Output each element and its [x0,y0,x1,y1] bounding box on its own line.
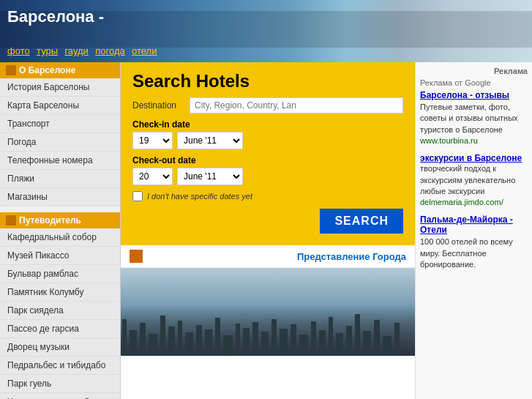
ads-label: Реклама [494,67,528,75]
checkin-row: 19 June '11 [132,132,403,149]
sidebar-item-paseo[interactable]: Пассео де гарсиа [0,320,120,338]
sidebar-section-guide: Путеводитель [0,212,120,228]
search-hotels-box: Search Hotels Destination Check-in date … [121,62,415,245]
destination-row: Destination [132,97,403,113]
header-link-photo[interactable]: фото [7,45,30,56]
checkout-day-select[interactable]: 20 [132,168,173,185]
no-dates-label: I don't have specific dates yet [147,192,252,201]
ad-item-2: экскурсии в Барселоне творческий подход … [420,153,528,207]
section-icon [6,65,16,75]
checkin-section: Check-in date 19 June '11 [132,119,403,149]
sidebar-item-columbus[interactable]: Памятник Колумбу [0,283,120,302]
ad-2-title[interactable]: экскурсии в Барселоне [420,153,522,163]
checkin-label: Check-in date [132,119,403,130]
sidebar-item-park-ciudadela[interactable]: Парк сиядела [0,302,120,320]
sidebar-item-beaches[interactable]: Пляжи [0,170,120,188]
ad-1-text: Путевые заметки, фото, советы и отзывы о… [420,102,518,134]
checkin-month-select[interactable]: June '11 [177,132,243,149]
ad-2-text: творческий подход к экскурсиям увлекател… [420,164,515,195]
ad-item-3: Пальма-де-Майорка - Отели 100 000 отелей… [420,215,528,270]
no-dates-row: I don't have specific dates yet [132,191,403,201]
left-sidebar: О Барселоне История Барселоны Карта Барс… [0,62,121,399]
ad-1-title[interactable]: Барселона - отзывы [420,90,528,100]
search-btn-row: SEARCH [132,209,403,234]
sidebar-item-cathedral[interactable]: Кафедральный собор [0,228,120,247]
sidebar-item-sagrada[interactable]: Храм святого семейства [0,393,120,399]
right-sidebar: Реклама Реклама от Google Барселона - от… [415,62,532,399]
section-icon-2 [6,215,16,225]
checkout-section: Check-out date 20 June '11 [132,155,403,185]
sidebar-section-guide-label: Путеводитель [19,215,81,225]
header-link-tours[interactable]: туры [37,45,58,56]
google-ads-label: Реклама от Google [420,78,528,87]
city-presentation-link[interactable]: Представление Города [297,251,406,262]
center-content: Search Hotels Destination Check-in date … [121,62,415,399]
sidebar-item-palace-music[interactable]: Дворец музыки [0,338,120,357]
ads-header: Реклама [420,67,528,75]
sidebar-item-pedralbes[interactable]: Педральбес и тибидабо [0,357,120,375]
sidebar-item-history[interactable]: История Барселоны [0,78,120,97]
ad-3-title[interactable]: Пальма-де-Майорка - Отели [420,215,528,235]
sidebar-item-transport[interactable]: Транспорт [0,115,120,133]
search-title: Search Hotels [132,71,403,92]
destination-input[interactable] [190,97,403,113]
sidebar-item-weather[interactable]: Погода [0,133,120,152]
header-link-weather[interactable]: погода [95,45,125,56]
header-nav: фото туры гауди погода отели [7,45,161,56]
sidebar-item-ramblas[interactable]: Бульвар рамблас [0,265,120,283]
no-dates-checkbox[interactable] [132,191,143,201]
city-photo [121,268,415,356]
ad-3-text: 100 000 отелей по всему миру. Бесплатное… [420,237,513,269]
sidebar-item-phones[interactable]: Телефонные номера [0,152,120,170]
main-layout: О Барселоне История Барселоны Карта Барс… [0,62,532,399]
destination-label: Destination [132,100,184,111]
ad-2-url[interactable]: delmemaria.jimdo.com/ [420,198,503,206]
sidebar-item-shops[interactable]: Магазины [0,188,120,206]
search-button[interactable]: SEARCH [320,209,403,234]
header-link-gaudi[interactable]: гауди [64,45,88,56]
checkin-day-select[interactable]: 19 [132,132,173,149]
sidebar-section-about-label: О Барселоне [19,65,75,75]
page-title: Барселона - [7,7,104,26]
city-pres-icon [130,250,143,263]
header-link-hotels[interactable]: отели [132,45,157,56]
city-presentation-row: Представление Города [121,245,415,268]
page-header: Барселона - фото туры гауди погода отели [0,0,532,62]
ad-1-url[interactable]: www.tourbina.ru [420,136,478,145]
checkout-month-select[interactable]: June '11 [177,168,243,185]
ad-item-1: Барселона - отзывы Путевые заметки, фото… [420,90,528,146]
checkout-row: 20 June '11 [132,168,403,185]
sidebar-section-about: О Барселоне [0,62,120,78]
sidebar-item-park-guell[interactable]: Парк гуель [0,375,120,393]
sidebar-item-picasso[interactable]: Музей Пикассо [0,247,120,265]
checkout-label: Check-out date [132,155,403,165]
sidebar-item-map[interactable]: Карта Барселоны [0,97,120,115]
